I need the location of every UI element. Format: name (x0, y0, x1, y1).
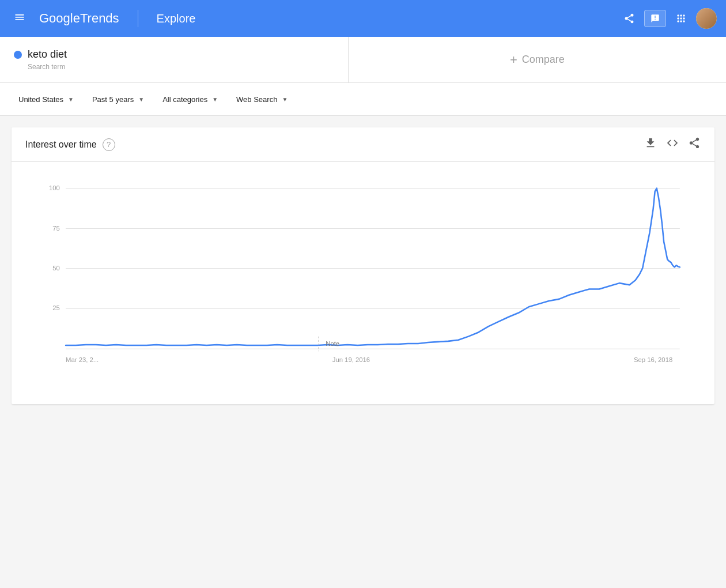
share-header-icon[interactable] (619, 8, 640, 29)
avatar-image (696, 8, 717, 29)
share-chart-icon[interactable] (688, 137, 701, 152)
filter-time[interactable]: Past 5 years ▼ (83, 91, 153, 108)
y-label-100: 100 (49, 184, 60, 191)
keto-trend-line (66, 189, 680, 345)
header-explore-title: Explore (157, 12, 196, 25)
y-label-25: 25 (52, 304, 60, 311)
compare-section[interactable]: + Compare (349, 37, 726, 82)
chart-title: Interest over time (25, 140, 97, 150)
search-area: keto diet Search term + Compare United S… (0, 37, 726, 116)
compare-label: Compare (522, 54, 565, 66)
chart-header: Interest over time ? (12, 127, 714, 162)
compare-plus-icon: + (510, 52, 517, 67)
menu-icon[interactable] (9, 7, 30, 31)
filter-region-label: United States (18, 95, 63, 104)
apps-icon[interactable] (671, 8, 691, 29)
chart-card: Interest over time ? (12, 127, 714, 404)
help-icon[interactable]: ? (103, 138, 115, 151)
download-icon[interactable] (644, 137, 657, 152)
embed-icon[interactable] (666, 137, 679, 152)
chart-title-area: Interest over time ? (25, 138, 115, 151)
logo: Google Trends (39, 11, 119, 26)
filters-row: United States ▼ Past 5 years ▼ All categ… (0, 83, 726, 115)
search-term-type: Search term (28, 63, 334, 71)
filter-time-arrow: ▼ (138, 96, 144, 103)
search-term-text: keto diet (28, 48, 67, 61)
avatar[interactable] (696, 8, 717, 29)
search-row: keto diet Search term + Compare (0, 37, 726, 83)
x-label-start: Mar 23, 2... (66, 356, 99, 363)
logo-google: Google (39, 11, 80, 26)
compare-button: + Compare (510, 52, 565, 67)
header: Google Trends Explore (0, 0, 726, 37)
search-term-dot (14, 51, 22, 59)
filter-search-type-label: Web Search (236, 95, 277, 104)
filter-time-label: Past 5 years (92, 95, 134, 104)
filter-region-arrow: ▼ (68, 96, 74, 103)
filter-region[interactable]: United States ▼ (9, 91, 83, 108)
trend-chart: 100 75 50 25 Note Mar 23, 2... Jun 19, 2… (25, 174, 701, 387)
search-term-section[interactable]: keto diet Search term (0, 37, 349, 82)
filter-search-type[interactable]: Web Search ▼ (227, 91, 297, 108)
y-label-50: 50 (52, 265, 60, 272)
filter-categories-arrow: ▼ (212, 96, 218, 103)
main-content: Interest over time ? (0, 116, 726, 416)
header-actions (619, 8, 717, 29)
logo-trends: Trends (80, 11, 119, 26)
filter-categories-label: All categories (162, 95, 207, 104)
chart-actions (644, 137, 701, 152)
y-label-75: 75 (52, 225, 60, 232)
chart-area: 100 75 50 25 Note Mar 23, 2... Jun 19, 2… (12, 162, 714, 404)
x-label-mid: Jun 19, 2016 (332, 356, 370, 363)
search-term-row: keto diet (14, 48, 334, 61)
note-text: Note (326, 340, 339, 347)
filter-categories[interactable]: All categories ▼ (153, 91, 227, 108)
header-divider (138, 10, 138, 27)
filter-search-type-arrow: ▼ (282, 96, 288, 103)
feedback-button[interactable] (644, 10, 666, 27)
x-label-end: Sep 16, 2018 (634, 356, 672, 363)
